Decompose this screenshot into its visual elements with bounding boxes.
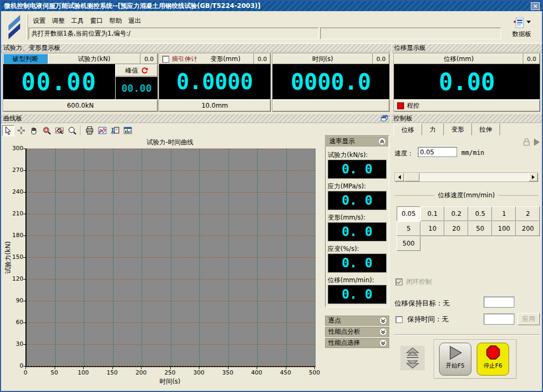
y-tick-mark <box>23 214 25 214</box>
chevron-double-down-icon[interactable] <box>379 328 387 336</box>
speed-scrollbar[interactable] <box>395 172 538 182</box>
menu-item-调整[interactable]: 调整 <box>49 15 68 27</box>
v-gridline <box>84 149 84 366</box>
peak-button[interactable]: 峰值 <box>116 65 157 76</box>
displacement-channel-button[interactable]: 位移(mm) <box>394 54 523 64</box>
chart-x-label: 时间(s) <box>25 377 314 386</box>
displacement-board-header: 位移显示板 <box>392 44 542 53</box>
y-tick-mark <box>23 192 25 193</box>
menu-item-窗口[interactable]: 窗口 <box>87 15 106 27</box>
section-label: 逐点 <box>328 316 341 325</box>
tab-力[interactable]: 力 <box>422 124 444 135</box>
close-button[interactable]: × <box>531 2 540 10</box>
section-bar-性能点选择[interactable]: 性能点选择 <box>325 338 389 348</box>
start-button[interactable]: 开始F5 <box>439 343 471 376</box>
tool-zoom-box-icon[interactable] <box>40 125 52 136</box>
v-gridline <box>171 149 171 366</box>
data-board-button[interactable]: 数据板 <box>503 18 541 42</box>
tool-zoom-curve-icon[interactable] <box>53 125 65 136</box>
start-button-label: 开始F5 <box>440 362 471 370</box>
displacement-value-display: 0.00 <box>394 64 540 99</box>
apply-button[interactable]: 应用 <box>518 313 540 325</box>
stop-button[interactable]: 停止F6 <box>477 343 509 376</box>
speed-button-0.05[interactable]: 0.05 <box>397 206 421 221</box>
extensometer-checkbox[interactable] <box>162 56 169 63</box>
x-tick-mark <box>286 367 286 369</box>
menu-item-退出[interactable]: 退出 <box>125 15 144 27</box>
speed-button-50[interactable]: 50 <box>468 221 492 236</box>
v-gridline <box>257 149 258 366</box>
x-tick-label: 400 <box>247 369 266 376</box>
v-gridline <box>142 149 142 366</box>
force-channel-button[interactable]: 试验力(kN) <box>48 54 141 64</box>
play-small-icon[interactable] <box>533 138 540 146</box>
tool-copy-report-icon[interactable] <box>109 125 121 136</box>
hold-target-input[interactable] <box>484 297 514 308</box>
display-board-header: 试验力、变形显示板 <box>1 44 391 53</box>
tool-zoom-out-icon[interactable] <box>66 125 78 136</box>
chevron-double-down-icon[interactable] <box>379 339 387 347</box>
y-tick-label: 90 <box>5 297 23 304</box>
break-judge-button[interactable]: 破型判断 <box>3 54 48 64</box>
tool-cursor-icon[interactable] <box>2 125 14 136</box>
control-board-title: 控制板 <box>393 114 413 123</box>
scrollbar-right-button[interactable] <box>529 173 538 181</box>
hold-time-input[interactable] <box>484 313 514 325</box>
scrollbar-left-button[interactable] <box>395 173 404 181</box>
speed-button-500[interactable]: 500 <box>397 236 421 251</box>
tool-curve-options-icon[interactable] <box>96 125 108 136</box>
deform-header-bar: 摘引伸计 变形(mm) <box>159 54 254 64</box>
deform-channel-button[interactable]: 变形(mm) <box>197 55 253 64</box>
hold-time-checkbox[interactable] <box>396 316 402 323</box>
speed-button-5[interactable]: 5 <box>397 221 421 236</box>
tab-拉伸[interactable]: 拉伸 <box>472 124 500 135</box>
menu-item-帮助[interactable]: 帮助 <box>106 15 125 27</box>
menu-item-设置[interactable]: 设置 <box>30 15 49 27</box>
chevron-double-down-icon[interactable] <box>379 317 387 325</box>
displacement-small-value: 0.0 <box>523 54 540 64</box>
program-control-bar: 程控 <box>394 100 540 111</box>
tool-hand-icon[interactable] <box>28 125 40 136</box>
x-tick-label: 500 <box>305 369 324 376</box>
speed-button-1[interactable]: 1 <box>492 206 516 221</box>
speed-button-20[interactable]: 20 <box>444 221 468 236</box>
speed-button-0.5[interactable]: 0.5 <box>468 206 492 221</box>
x-tick-label: 150 <box>103 369 122 376</box>
curve-board-title: 曲线板 <box>3 114 22 123</box>
section-bar-逐点[interactable]: 逐点 <box>325 316 389 326</box>
speed-button-2[interactable]: 2 <box>516 206 540 221</box>
tool-crosshair-icon[interactable] <box>15 125 27 136</box>
force-small-value: 0.0 <box>141 54 157 64</box>
chart-title: 试验力-时间曲线 <box>25 138 314 147</box>
closed-loop-checkbox[interactable] <box>396 278 402 285</box>
v-gridline <box>113 149 113 366</box>
speed-button-0.2[interactable]: 0.2 <box>444 206 468 221</box>
h-gridline <box>27 214 316 214</box>
speed-button-0.1[interactable]: 0.1 <box>421 206 444 221</box>
displacement-board: 位移显示板 位移(mm) 0.0 0.00 程控 <box>392 44 542 113</box>
tab-位移[interactable]: 位移 <box>393 124 422 135</box>
rate-panel-header: 速率显示 <box>326 136 388 146</box>
scrollbar-thumb[interactable] <box>405 173 419 181</box>
chevron-up-icon[interactable] <box>378 137 386 145</box>
tool-print-icon[interactable] <box>83 125 95 136</box>
jog-button[interactable] <box>400 346 425 370</box>
control-board-header: 控制板 <box>391 114 542 123</box>
h-gridline <box>27 301 316 301</box>
speed-grid-caption: 位移速度(mm/min) <box>395 191 538 200</box>
speed-button-10[interactable]: 10 <box>421 221 444 236</box>
window-restore-icon[interactable] <box>381 115 388 121</box>
y-tick-label: 300 <box>5 145 23 152</box>
tab-变形[interactable]: 变形 <box>444 124 472 135</box>
menu-item-工具[interactable]: 工具 <box>68 15 87 27</box>
tool-data-window-icon[interactable] <box>121 125 134 136</box>
section-bar-性能点分析[interactable]: 性能点分析 <box>325 327 389 337</box>
rate-item-label: 应力(MPa/s): <box>328 182 366 191</box>
speed-input[interactable]: 0.05 <box>418 147 457 157</box>
speed-button-200[interactable]: 200 <box>516 221 540 236</box>
time-channel-button[interactable]: 时间(s) <box>273 54 373 64</box>
x-tick-label: 50 <box>45 369 64 376</box>
v-gridline <box>199 149 200 366</box>
speed-button-100[interactable]: 100 <box>492 221 516 236</box>
rate-item-label: 试验力(kN/s): <box>328 151 368 160</box>
